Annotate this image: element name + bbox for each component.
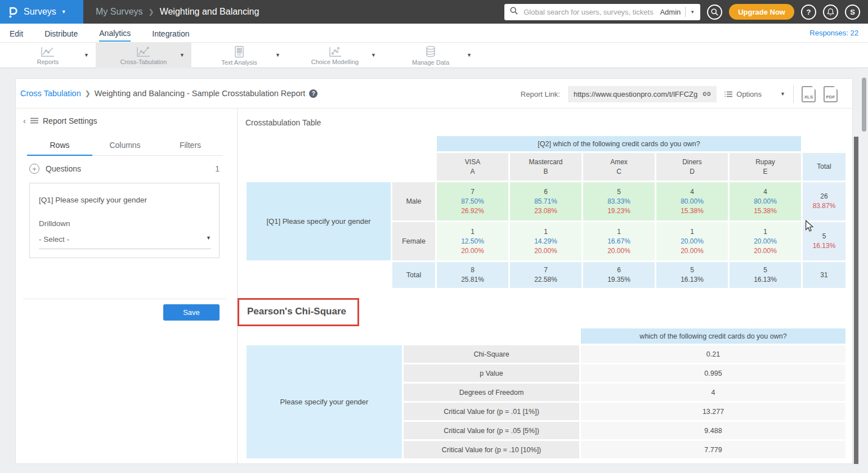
export-pdf-button[interactable]: PDF — [824, 86, 838, 102]
col-header-visa: VISAA — [437, 153, 508, 181]
upgrade-now-button[interactable]: Upgrade Now — [729, 4, 794, 20]
chi-stat-label-4: Critical Value for (p = .05 [5%]) — [404, 422, 579, 439]
cell-row-percent: 80.00% — [681, 197, 704, 206]
cell-count: 6 — [544, 187, 548, 197]
cell-row-percent: 16.67% — [607, 237, 630, 246]
chevron-down-icon[interactable]: ▼ — [275, 52, 280, 58]
cell-col-percent: 20.00% — [681, 246, 704, 256]
avatar[interactable]: S — [845, 4, 860, 20]
total-percent: 83.87% — [813, 201, 836, 211]
cross-tabulation-link[interactable]: Cross Tabulation — [20, 89, 81, 98]
search-button[interactable] — [707, 4, 722, 20]
ribbon-text-analysis[interactable]: Text Analysis ▼ — [191, 43, 287, 68]
settings-tabs: Rows Columns Filters — [27, 136, 223, 156]
report-link-field[interactable]: https://www.questionpro.com/t/lFFCZg — [568, 86, 717, 102]
divider — [685, 7, 686, 17]
save-button[interactable]: Save — [163, 304, 220, 321]
col-header-mastercard: MastercardB — [510, 153, 581, 181]
global-search[interactable]: Admin ▼ — [504, 4, 700, 20]
drilldown-select[interactable]: - Select - ▼ — [39, 235, 211, 249]
add-question-icon[interactable]: + — [29, 164, 39, 174]
ribbon-label: Choice Modelling — [311, 58, 359, 65]
help-button[interactable]: ? — [801, 4, 816, 20]
tab-columns[interactable]: Columns — [92, 136, 158, 155]
cell-row-percent: 83.33% — [607, 197, 630, 206]
options-menu[interactable]: Options ▼ — [724, 90, 785, 98]
report-settings-panel: ‹ Report Settings Rows Columns Filters +… — [16, 109, 238, 464]
col-header-total: Total — [803, 153, 845, 181]
tab-filters[interactable]: Filters — [158, 136, 223, 155]
cell-count: 1 — [690, 227, 694, 237]
page-scrollbar-thumb[interactable] — [862, 78, 866, 132]
nav-edit[interactable]: Edit — [10, 25, 23, 41]
cell-row-percent: 12.50% — [461, 237, 484, 246]
breadcrumb-my-surveys[interactable]: My Surveys — [96, 7, 143, 17]
row-header-female: Female — [392, 222, 435, 260]
crosstab-grand-total: 31 — [803, 262, 845, 288]
ribbon-label: Cross-Tabulation — [120, 58, 167, 65]
notifications-button[interactable] — [823, 4, 838, 20]
cell-col-percent: 20.00% — [461, 246, 484, 256]
crosstab-cell-female-visa: 112.50%20.00% — [437, 222, 508, 260]
crosstab-coltotal-amex: 619.35% — [583, 262, 655, 288]
panel-scrollbar-thumb[interactable] — [854, 137, 858, 464]
cell-count: 1 — [544, 227, 548, 237]
ribbon-choice-modelling[interactable]: Choice Modelling ▼ — [287, 43, 383, 68]
chi-stat-value-5: 7.779 — [581, 441, 845, 458]
help-icon[interactable]: ? — [309, 89, 317, 98]
chi-stat-value-1: 0.995 — [581, 364, 845, 382]
breadcrumb-survey-name: Weighting and Balancing — [160, 7, 259, 17]
chevron-down-icon[interactable]: ▼ — [371, 52, 376, 58]
report-card: Cross Tabulation ❯ Weighting and Balanci… — [15, 78, 853, 464]
cell-count: 5 — [617, 187, 621, 197]
chi-column-header: which of the following credit cards do y… — [581, 328, 845, 344]
crosstab-rowtotal-male: 2683.87% — [803, 182, 845, 220]
crosstab-grid: [Q2] which of the following credit cards… — [247, 136, 845, 288]
chevron-down-icon[interactable]: ▼ — [467, 52, 472, 58]
ribbon-label: Reports — [37, 58, 59, 65]
product-switcher[interactable]: Surveys ▼ — [0, 0, 83, 24]
col-header-amex: AmexC — [583, 153, 655, 181]
database-icon — [424, 46, 437, 58]
tab-rows[interactable]: Rows — [27, 136, 92, 156]
total-count: 26 — [820, 192, 827, 201]
report-actions: Report Link: https://www.questionpro.com… — [521, 85, 838, 103]
col-header-rupay: RupayE — [730, 153, 801, 181]
ribbon-cross-tabulation[interactable]: Cross-Tabulation ▼ — [96, 43, 191, 68]
ribbon-reports[interactable]: Reports ▼ — [0, 43, 96, 68]
search-input[interactable] — [522, 7, 655, 17]
search-scope[interactable]: Admin — [660, 8, 681, 16]
ribbon-manage-data[interactable]: Manage Data ▼ — [383, 43, 478, 68]
panel-title: Report Settings — [43, 116, 97, 125]
chevron-right-icon: ❯ — [85, 89, 91, 97]
cell-col-percent: 15.38% — [681, 206, 704, 216]
row-header-male: Male — [392, 182, 435, 220]
report-settings-header: ‹ Report Settings — [23, 116, 97, 125]
total-count: 8 — [471, 265, 475, 275]
chevron-down-icon[interactable]: ▼ — [180, 52, 185, 58]
chevron-down-icon[interactable]: ▼ — [690, 10, 695, 15]
report-url[interactable]: https://www.questionpro.com/t/lFFCZg — [574, 90, 697, 98]
cell-row-percent: 20.00% — [681, 237, 704, 246]
export-xls-button[interactable]: XLS — [802, 86, 816, 102]
question-card: [Q1] Please specify your gender Drilldow… — [29, 183, 220, 258]
nav-integration[interactable]: Integration — [152, 25, 189, 41]
chevron-down-icon: ▼ — [206, 235, 211, 244]
mouse-cursor — [805, 220, 814, 235]
total-percent: 22.58% — [534, 275, 557, 285]
collapse-panel-icon[interactable]: ‹ — [23, 116, 26, 125]
cell-count: 4 — [763, 187, 767, 197]
questions-row: + Questions 1 — [29, 164, 220, 174]
cell-col-percent: 20.00% — [607, 246, 630, 256]
scatter-chart-icon — [328, 46, 342, 57]
product-name: Surveys — [24, 7, 56, 17]
nav-distribute[interactable]: Distribute — [44, 25, 78, 41]
topbar-breadcrumb: My Surveys ❯ Weighting and Balancing — [96, 7, 259, 17]
cell-row-percent: 20.00% — [754, 237, 777, 246]
col-header-diners: DinersD — [656, 153, 728, 181]
responses-count[interactable]: Responses: 22 — [809, 29, 858, 37]
nav-analytics[interactable]: Analytics — [99, 25, 131, 42]
search-icon — [510, 7, 518, 17]
chevron-down-icon[interactable]: ▼ — [84, 52, 89, 58]
chi-stat-value-0: 0.21 — [581, 345, 845, 363]
